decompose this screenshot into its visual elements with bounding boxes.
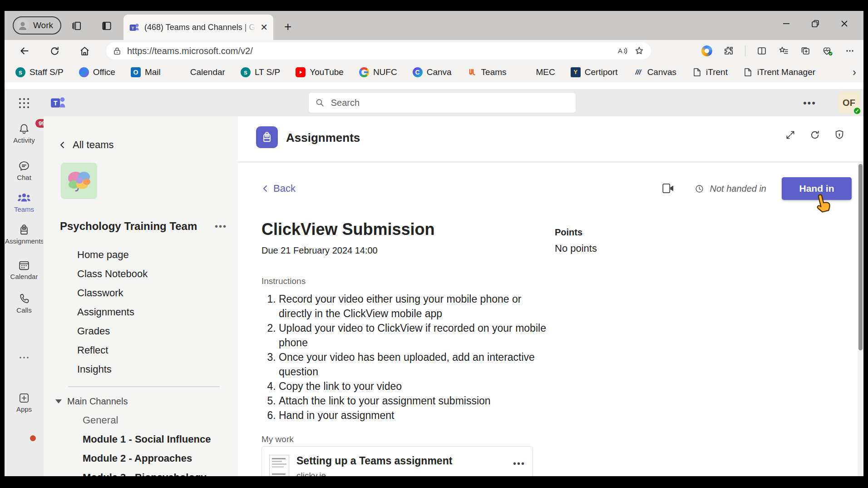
bookmark-calendar[interactable]: Calendar (176, 67, 225, 77)
browser-essentials-icon[interactable] (822, 45, 833, 56)
menu-item-grades[interactable]: Grades (44, 322, 238, 341)
bookmark-certiport[interactable]: YCertiport (571, 67, 618, 77)
avatar-initials: OF (843, 98, 855, 108)
instruction-step: Attach the link to your assignment submi… (279, 393, 550, 408)
bookmark-lt-sp[interactable]: sLT S/P (241, 67, 280, 77)
rail-item-chat[interactable]: Chat (5, 160, 44, 181)
collections-icon[interactable] (800, 45, 811, 56)
canvas-icon: /// (633, 67, 643, 77)
bookmark-mail[interactable]: OMail (131, 67, 161, 77)
shield-privacy-icon[interactable] (833, 129, 845, 141)
new-tab-button[interactable]: + (284, 21, 291, 33)
assignments-title: Assignments (286, 131, 360, 145)
assignments-app-icon (256, 126, 278, 148)
split-screen-icon[interactable] (756, 45, 767, 56)
lock-icon (113, 46, 122, 55)
favorite-star-icon[interactable] (634, 45, 645, 56)
browser-profile-button[interactable]: Work (13, 16, 61, 35)
bookmarks-bar: sStaff S/P Office OMail Calendar sLT S/P… (5, 62, 863, 82)
tab-actions-button[interactable] (99, 18, 114, 34)
attachment-card[interactable]: Setting up a Teams assignment clicky.ie … (261, 446, 533, 476)
browser-settings-icon[interactable] (844, 45, 855, 56)
notification-dot (30, 435, 36, 441)
search-input[interactable] (330, 97, 569, 109)
channel-module-2[interactable]: Module 2 - Approaches (44, 449, 238, 468)
tab-close-button[interactable]: ✕ (260, 22, 268, 33)
rail-item-assignments[interactable]: Assignments (5, 224, 44, 245)
menu-item-reflect[interactable]: Reflect (44, 341, 238, 360)
google-icon (359, 67, 369, 77)
rail-more-apps-button[interactable] (5, 354, 44, 361)
back-button[interactable] (16, 43, 33, 59)
attachment-thumbnail-icon (269, 455, 289, 476)
menu-item-assignments[interactable]: Assignments (44, 303, 238, 322)
bookmark-teams[interactable]: Teams (467, 67, 507, 77)
bookmark-youtube[interactable]: YouTube (296, 67, 344, 77)
bookmark-canvas[interactable]: ///Canvas (633, 67, 676, 77)
home-button[interactable] (76, 43, 93, 59)
channel-module-1[interactable]: Module 1 - Social Influence (44, 430, 238, 449)
main-scrollbar[interactable] (858, 162, 863, 476)
refresh-tab-icon[interactable] (809, 129, 821, 141)
bookmark-office[interactable]: Office (79, 67, 115, 77)
assignment-back-button[interactable]: Back (261, 183, 296, 194)
waffle-icon (18, 97, 30, 109)
app-launcher-button[interactable] (16, 95, 32, 111)
user-avatar[interactable]: OF ✓ (838, 92, 860, 114)
more-dots-icon (18, 354, 30, 361)
rail-item-apps[interactable]: Apps (5, 392, 44, 413)
bookmark-itrent-manager[interactable]: iTrent Manager (743, 67, 815, 77)
favorites-list-icon[interactable] (778, 45, 789, 56)
rail-item-activity[interactable]: 99+ Activity (5, 123, 44, 144)
search-icon (315, 98, 325, 108)
refresh-button[interactable] (46, 43, 63, 59)
team-avatar-image[interactable] (61, 163, 97, 199)
clock-icon (695, 184, 704, 194)
browser-tab[interactable]: T (468) Teams and Channels | Gene ✕ (123, 15, 273, 40)
teams-more-options-button[interactable]: ••• (803, 97, 816, 109)
channel-general[interactable]: General (44, 411, 238, 430)
bell-icon (17, 123, 31, 135)
read-aloud-icon[interactable]: A (616, 45, 628, 56)
bookmark-itrent[interactable]: iTrent (692, 67, 728, 77)
menu-item-classwork[interactable]: Classwork (44, 284, 238, 303)
attachment-title: Setting up a Teams assignment (296, 455, 506, 467)
screenshot-frame: Work T (468) Teams and Channels | Gene ✕… (0, 0, 868, 488)
menu-item-class-notebook[interactable]: Class Notebook (44, 264, 238, 284)
teams-search-box[interactable] (309, 93, 576, 113)
team-options-button[interactable]: ••• (215, 221, 227, 232)
attachment-options-button[interactable]: ••• (513, 458, 525, 469)
menu-item-home-page[interactable]: Home page (44, 245, 238, 264)
immersive-reader-icon[interactable] (661, 182, 675, 195)
svg-text:T: T (54, 100, 58, 107)
chevron-left-icon (261, 184, 269, 193)
svg-text:T: T (132, 25, 134, 30)
all-teams-button[interactable]: All teams (58, 139, 113, 151)
all-teams-label: All teams (73, 139, 113, 151)
browser-window: Work T (468) Teams and Channels | Gene ✕… (5, 11, 863, 476)
rail-item-teams[interactable]: Teams (5, 192, 44, 213)
popout-icon[interactable] (784, 129, 796, 141)
channels-header[interactable]: Main Channels (55, 396, 128, 407)
browser-titlebar: Work T (468) Teams and Channels | Gene ✕… (5, 11, 863, 40)
menu-item-insights[interactable]: Insights (44, 360, 238, 379)
bookmark-canva[interactable]: CCanva (413, 67, 452, 77)
bookmark-mec[interactable]: MEC (522, 67, 555, 77)
window-close-button[interactable] (830, 11, 859, 36)
copilot-icon[interactable] (701, 45, 712, 56)
window-restore-button[interactable] (801, 11, 830, 36)
rail-item-calls[interactable]: Calls (5, 293, 44, 314)
window-minimize-button[interactable] (772, 11, 801, 36)
url-bar[interactable]: https://teams.microsoft.com/v2/ A (106, 42, 651, 60)
channel-module-3[interactable]: Module 3 - Biopsychology (44, 468, 238, 476)
bookmark-nufc[interactable]: NUFC (359, 67, 397, 77)
bookmark-staff-sp[interactable]: sStaff S/P (15, 67, 64, 77)
vertical-tabs-icon (101, 20, 113, 32)
rail-item-calendar[interactable]: Calendar (5, 259, 44, 280)
instruction-step: Hand in your assignment (279, 408, 550, 423)
extensions-icon[interactable] (723, 45, 734, 56)
scrollbar-thumb[interactable] (858, 164, 863, 350)
instructions-label: Instructions (261, 276, 306, 286)
bookmarks-overflow-chevron[interactable]: › (853, 66, 856, 79)
workspaces-button[interactable] (69, 18, 84, 34)
